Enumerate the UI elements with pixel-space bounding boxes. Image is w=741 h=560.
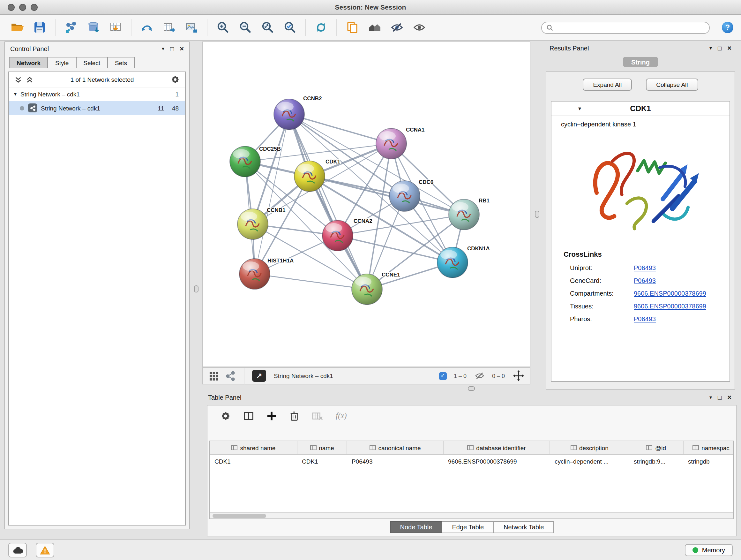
network-edge[interactable] [289,114,367,289]
network-edge[interactable] [289,114,391,144]
close-panel-icon[interactable]: × [727,45,731,52]
network-edge[interactable] [255,114,289,274]
crosslink-link[interactable]: P06493 [634,315,656,322]
tab-string[interactable]: String [623,57,658,67]
network-from-selection-button[interactable] [137,18,156,37]
memory-button[interactable]: Memory [685,544,733,556]
network-node-rb1[interactable]: RB1 [449,198,489,230]
columns-icon[interactable] [243,411,254,422]
column-header-shared-name[interactable]: shared name [210,441,297,454]
column-header-database-identifier[interactable]: database identifier [444,441,550,454]
import-network-file-button[interactable] [61,18,80,37]
network-row-selected[interactable]: String Network – cdk1 11 48 [9,101,185,115]
column-header--id[interactable]: @id [629,441,684,454]
expand-all-button[interactable]: Expand All [583,78,632,91]
selected-checkbox[interactable]: ✓ [439,372,447,380]
table-cell[interactable]: CDK1 [210,455,297,468]
tab-style[interactable]: Style [48,57,76,68]
add-column-icon[interactable] [266,411,277,422]
network-edge[interactable] [310,176,464,214]
collapse-panel-icon[interactable]: ▾ [162,46,164,51]
column-header-name[interactable]: name [297,441,347,454]
hidden-eye-icon[interactable] [474,371,485,381]
vertical-splitter-handle[interactable] [194,286,199,293]
network-node-ccnb2[interactable]: CCNB2 [274,96,322,130]
gear-icon[interactable] [171,75,180,84]
table-cell[interactable]: 9606.ENSP00000378699 [444,455,550,468]
tab-edge-table[interactable]: Edge Table [442,521,494,533]
table-cell[interactable]: CDK1 [297,455,347,468]
column-header-canonical-name[interactable]: canonical name [347,441,444,454]
grid-view-icon[interactable] [208,370,219,381]
network-node-ccnb1[interactable]: CCNB1 [238,207,286,240]
tab-select[interactable]: Select [76,57,108,68]
network-node-cdc6[interactable]: CDC6 [389,179,433,211]
column-header-description[interactable]: description [550,441,629,454]
horizontal-splitter-handle[interactable] [468,386,475,391]
tab-network-table[interactable]: Network Table [493,521,554,533]
collapse-panel-icon[interactable]: ▾ [710,46,712,51]
zoom-selected-button[interactable] [280,18,299,37]
tab-network[interactable]: Network [9,57,48,68]
export-image-button[interactable] [182,18,201,37]
close-panel-icon[interactable]: × [727,394,731,401]
close-panel-icon[interactable]: × [180,45,184,52]
table-row[interactable]: CDK1CDK1P064939606.ENSP00000378699cyclin… [210,455,733,468]
app-home-button[interactable] [365,18,384,37]
network-collection-row[interactable]: ▾ String Network – cdk1 1 [9,87,185,101]
zoom-out-button[interactable] [235,18,255,37]
crosslink-link[interactable]: 9606.ENSP00000378699 [634,290,706,297]
table-from-network-button[interactable] [159,18,179,37]
open-session-button[interactable] [8,18,27,37]
warnings-button[interactable] [36,543,54,557]
cloud-button[interactable] [8,543,27,557]
network-canvas[interactable]: CCNB2CCNA1CDC25BCDK1CDC6RB1CCNB1CCNA2CDK… [202,42,530,367]
network-node-ccna2[interactable]: CCNA2 [322,218,373,251]
show-elements-button[interactable] [410,18,429,37]
expand-all-icon[interactable] [25,75,34,84]
tab-node-table[interactable]: Node Table [390,521,443,533]
table-cell[interactable]: P06493 [347,455,444,468]
float-panel-icon[interactable]: □ [170,46,174,52]
tab-sets[interactable]: Sets [107,57,135,68]
table-cell[interactable]: cyclin–dependent ... [550,455,629,468]
network-node-cdk1[interactable]: CDK1 [294,159,340,192]
table-horizontal-scrollbar[interactable] [210,512,733,518]
move-crosshair-icon[interactable] [513,370,525,382]
network-edge[interactable] [338,214,464,236]
table-cell[interactable]: stringdb:9... [629,455,684,468]
float-panel-icon[interactable]: □ [718,394,722,401]
tree-expand-icon[interactable]: ▾ [14,91,17,97]
collapse-all-icon[interactable] [14,75,22,84]
zoom-in-button[interactable] [213,18,232,37]
help-button[interactable]: ? [722,22,733,33]
import-network-database-button[interactable] [84,18,103,37]
open-in-browser-button[interactable]: ↗ [252,370,266,382]
crosslink-link[interactable]: P06493 [634,264,656,271]
collapse-section-icon[interactable]: ▾ [578,105,581,112]
network-edge[interactable] [338,236,453,262]
save-session-button[interactable] [30,18,49,37]
delete-column-icon[interactable] [289,411,299,422]
network-node-ccna1[interactable]: CCNA1 [376,127,425,159]
import-table-button[interactable] [106,18,125,37]
collapse-panel-icon[interactable]: ▾ [710,395,712,400]
collapse-all-button[interactable]: Collapse All [646,78,698,91]
minimize-window-button[interactable] [19,3,26,10]
maximize-window-button[interactable] [30,3,38,10]
network-node-cdkn1a[interactable]: CDKN1A [437,246,490,278]
refresh-button[interactable] [312,18,331,37]
gear-icon[interactable] [220,411,231,422]
network-node-hist1h1a[interactable]: HIST1H1A [239,258,293,289]
network-edge[interactable] [255,274,367,289]
crosslink-link[interactable]: 9606.ENSP00000378699 [634,302,706,309]
network-node-ccne1[interactable]: CCNE1 [352,272,400,305]
crosslink-link[interactable]: P06493 [634,277,656,284]
network-type-toolbar-icon[interactable] [225,370,236,381]
copy-button[interactable] [343,18,362,37]
scrollbar-thumb[interactable] [212,514,266,517]
column-header-namespac[interactable]: namespac [684,441,734,454]
table-cell[interactable]: stringdb [684,455,734,468]
search-input[interactable] [556,23,704,31]
float-panel-icon[interactable]: □ [718,45,722,51]
